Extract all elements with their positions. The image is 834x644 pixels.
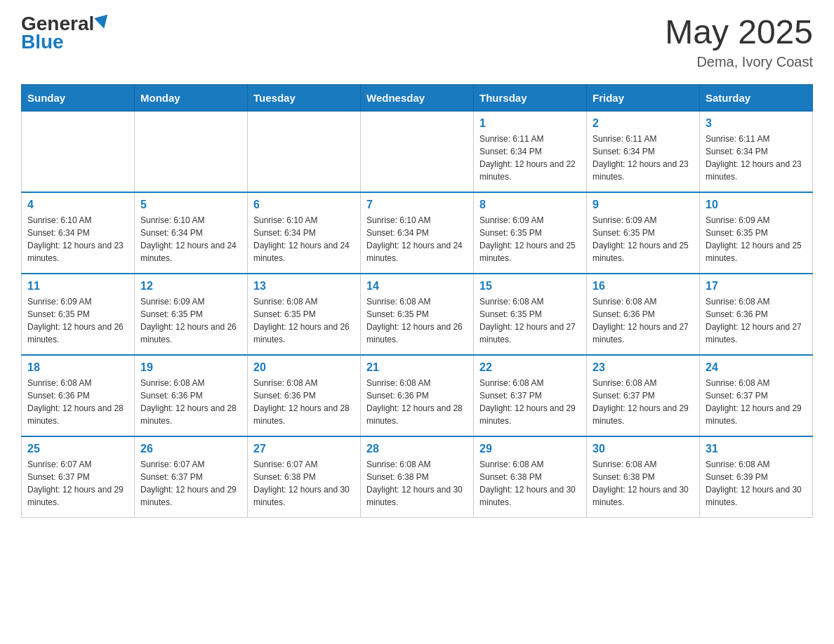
calendar-cell: 16Sunrise: 6:08 AMSunset: 6:36 PMDayligh… [587,274,700,355]
day-info: Sunrise: 6:08 AMSunset: 6:36 PMDaylight:… [366,377,468,427]
calendar-cell: 24Sunrise: 6:08 AMSunset: 6:37 PMDayligh… [700,355,813,436]
calendar-cell: 8Sunrise: 6:09 AMSunset: 6:35 PMDaylight… [474,192,587,274]
calendar-cell: 13Sunrise: 6:08 AMSunset: 6:35 PMDayligh… [248,274,361,355]
day-number: 18 [27,361,128,374]
calendar-cell: 17Sunrise: 6:08 AMSunset: 6:36 PMDayligh… [700,274,813,355]
day-info: Sunrise: 6:10 AMSunset: 6:34 PMDaylight:… [140,214,241,264]
calendar-week-row: 11Sunrise: 6:09 AMSunset: 6:35 PMDayligh… [22,274,813,355]
day-info: Sunrise: 6:10 AMSunset: 6:34 PMDaylight:… [27,214,128,264]
day-info: Sunrise: 6:08 AMSunset: 6:36 PMDaylight:… [253,377,355,427]
day-info: Sunrise: 6:11 AMSunset: 6:34 PMDaylight:… [706,133,807,183]
day-info: Sunrise: 6:08 AMSunset: 6:37 PMDaylight:… [706,377,807,427]
logo-blue-text: Blue [21,31,64,53]
calendar-cell: 23Sunrise: 6:08 AMSunset: 6:37 PMDayligh… [587,355,700,436]
calendar-cell: 28Sunrise: 6:08 AMSunset: 6:38 PMDayligh… [361,436,474,518]
day-info: Sunrise: 6:08 AMSunset: 6:39 PMDaylight:… [706,458,807,509]
calendar-cell: 15Sunrise: 6:08 AMSunset: 6:35 PMDayligh… [474,274,587,355]
calendar-week-row: 4Sunrise: 6:10 AMSunset: 6:34 PMDaylight… [22,192,813,274]
day-number: 21 [366,361,468,374]
day-number: 25 [27,443,128,455]
logo: General Blue [21,14,110,52]
day-number: 16 [593,280,694,293]
day-info: Sunrise: 6:07 AMSunset: 6:37 PMDaylight:… [27,458,128,509]
day-number: 24 [706,361,807,374]
day-info: Sunrise: 6:08 AMSunset: 6:37 PMDaylight:… [479,377,581,427]
page-header: General Blue May 2025 Dema, Ivory Coast [21,14,813,70]
calendar-cell [361,111,474,192]
day-number: 3 [706,117,807,130]
calendar-cell [248,111,361,192]
day-info: Sunrise: 6:08 AMSunset: 6:38 PMDaylight:… [366,458,468,509]
day-number: 28 [366,443,468,455]
day-number: 20 [253,361,355,374]
day-number: 17 [706,280,807,293]
day-info: Sunrise: 6:08 AMSunset: 6:38 PMDaylight:… [593,458,694,509]
day-info: Sunrise: 6:09 AMSunset: 6:35 PMDaylight:… [140,295,241,346]
day-number: 7 [366,199,468,211]
day-number: 23 [593,361,694,374]
calendar-cell: 26Sunrise: 6:07 AMSunset: 6:37 PMDayligh… [135,436,248,518]
col-header-monday: Monday [135,84,248,111]
day-info: Sunrise: 6:11 AMSunset: 6:34 PMDaylight:… [593,133,694,183]
calendar-cell [135,111,248,192]
day-info: Sunrise: 6:09 AMSunset: 6:35 PMDaylight:… [593,214,694,264]
calendar-cell: 14Sunrise: 6:08 AMSunset: 6:35 PMDayligh… [361,274,474,355]
col-header-thursday: Thursday [474,84,587,111]
calendar-cell: 5Sunrise: 6:10 AMSunset: 6:34 PMDaylight… [135,192,248,274]
calendar-cell: 7Sunrise: 6:10 AMSunset: 6:34 PMDaylight… [361,192,474,274]
month-year-title: May 2025 [665,14,813,51]
calendar-cell: 22Sunrise: 6:08 AMSunset: 6:37 PMDayligh… [474,355,587,436]
day-number: 2 [593,117,694,130]
logo-triangle-icon [94,15,111,31]
calendar-table: SundayMondayTuesdayWednesdayThursdayFrid… [21,84,813,518]
day-number: 10 [706,199,807,211]
col-header-saturday: Saturday [700,84,813,111]
day-number: 29 [479,443,581,455]
calendar-cell: 27Sunrise: 6:07 AMSunset: 6:38 PMDayligh… [248,436,361,518]
calendar-header-row: SundayMondayTuesdayWednesdayThursdayFrid… [22,84,813,111]
calendar-cell: 30Sunrise: 6:08 AMSunset: 6:38 PMDayligh… [587,436,700,518]
calendar-cell: 29Sunrise: 6:08 AMSunset: 6:38 PMDayligh… [474,436,587,518]
day-info: Sunrise: 6:08 AMSunset: 6:38 PMDaylight:… [479,458,581,509]
calendar-cell: 1Sunrise: 6:11 AMSunset: 6:34 PMDaylight… [474,111,587,192]
calendar-cell: 31Sunrise: 6:08 AMSunset: 6:39 PMDayligh… [700,436,813,518]
day-number: 5 [140,199,241,211]
day-info: Sunrise: 6:08 AMSunset: 6:35 PMDaylight:… [479,295,581,346]
day-info: Sunrise: 6:08 AMSunset: 6:35 PMDaylight:… [253,295,355,346]
day-info: Sunrise: 6:08 AMSunset: 6:37 PMDaylight:… [593,377,694,427]
day-number: 27 [253,443,355,455]
calendar-cell: 19Sunrise: 6:08 AMSunset: 6:36 PMDayligh… [135,355,248,436]
day-number: 15 [479,280,581,293]
day-number: 22 [479,361,581,374]
day-info: Sunrise: 6:08 AMSunset: 6:36 PMDaylight:… [140,377,241,427]
day-number: 9 [593,199,694,211]
calendar-cell: 9Sunrise: 6:09 AMSunset: 6:35 PMDaylight… [587,192,700,274]
calendar-week-row: 1Sunrise: 6:11 AMSunset: 6:34 PMDaylight… [22,111,813,192]
calendar-cell [22,111,135,192]
day-info: Sunrise: 6:09 AMSunset: 6:35 PMDaylight:… [706,214,807,264]
day-number: 31 [706,443,807,455]
day-number: 19 [140,361,241,374]
day-number: 1 [479,117,581,130]
day-info: Sunrise: 6:09 AMSunset: 6:35 PMDaylight:… [27,295,128,346]
day-number: 13 [253,280,355,293]
day-info: Sunrise: 6:10 AMSunset: 6:34 PMDaylight:… [253,214,355,264]
day-number: 4 [27,199,128,211]
calendar-cell: 25Sunrise: 6:07 AMSunset: 6:37 PMDayligh… [22,436,135,518]
col-header-friday: Friday [587,84,700,111]
calendar-cell: 20Sunrise: 6:08 AMSunset: 6:36 PMDayligh… [248,355,361,436]
col-header-tuesday: Tuesday [248,84,361,111]
calendar-cell: 6Sunrise: 6:10 AMSunset: 6:34 PMDaylight… [248,192,361,274]
day-number: 8 [479,199,581,211]
calendar-cell: 3Sunrise: 6:11 AMSunset: 6:34 PMDaylight… [700,111,813,192]
calendar-cell: 4Sunrise: 6:10 AMSunset: 6:34 PMDaylight… [22,192,135,274]
day-info: Sunrise: 6:08 AMSunset: 6:36 PMDaylight:… [593,295,694,346]
day-info: Sunrise: 6:07 AMSunset: 6:37 PMDaylight:… [140,458,241,509]
day-info: Sunrise: 6:08 AMSunset: 6:36 PMDaylight:… [706,295,807,346]
day-number: 30 [593,443,694,455]
day-number: 6 [253,199,355,211]
day-info: Sunrise: 6:11 AMSunset: 6:34 PMDaylight:… [479,133,581,183]
calendar-week-row: 25Sunrise: 6:07 AMSunset: 6:37 PMDayligh… [22,436,813,518]
calendar-cell: 10Sunrise: 6:09 AMSunset: 6:35 PMDayligh… [700,192,813,274]
day-number: 14 [366,280,468,293]
